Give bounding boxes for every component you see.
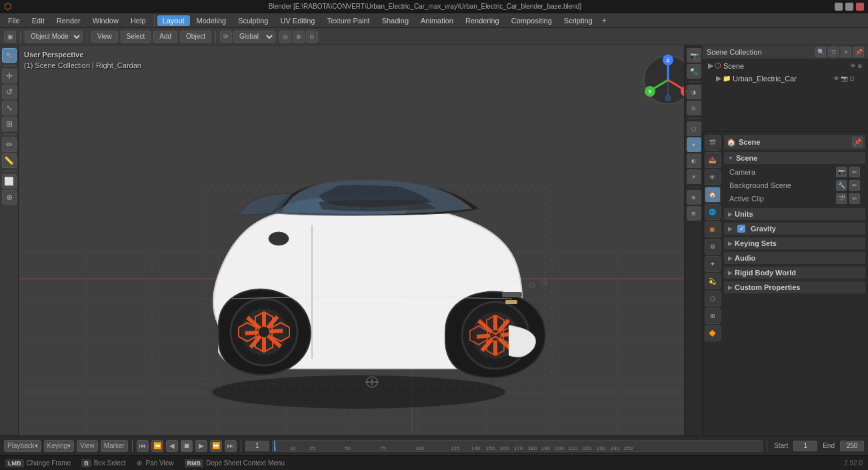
workspace-scripting[interactable]: Scripting bbox=[559, 15, 598, 26]
outline-scene-collection[interactable]: ▶ ⬡ Scene 👁 ⊕ bbox=[703, 59, 868, 72]
workspace-layout[interactable]: Layout bbox=[157, 15, 190, 26]
frame-bar[interactable]: 1 10 25 50 75 100 125 140 150 160 170 18… bbox=[272, 440, 763, 452]
toolbar-add[interactable]: Add bbox=[153, 31, 177, 43]
workspace-modeling[interactable]: Modeling bbox=[191, 15, 232, 26]
viewport-gizmo-toggle[interactable]: ⊕ bbox=[687, 190, 701, 205]
material-btn[interactable]: ◐ bbox=[687, 153, 701, 168]
menu-help[interactable]: Help bbox=[125, 15, 151, 26]
bg-scene-edit-btn[interactable]: ✏ bbox=[849, 180, 860, 191]
close-button[interactable] bbox=[856, 3, 864, 11]
scene-hide-icon[interactable]: 👁 bbox=[850, 63, 856, 69]
rigid-body-header[interactable]: ▶ Rigid Body World bbox=[724, 267, 865, 279]
workspace-compositing[interactable]: Compositing bbox=[506, 15, 557, 26]
world-tab[interactable]: 🌐 bbox=[705, 204, 721, 220]
snap-icon[interactable]: ⊕ bbox=[293, 31, 305, 43]
workspace-rendering[interactable]: Rendering bbox=[460, 15, 505, 26]
units-header[interactable]: ▶ Units bbox=[724, 208, 865, 220]
overlay-btn[interactable]: ◑ bbox=[687, 85, 701, 99]
mode-select[interactable]: Object Mode Edit Mode Sculpt Mode bbox=[25, 31, 83, 43]
toolbar-select[interactable]: Select bbox=[121, 31, 151, 43]
tl-play-reverse[interactable]: ◀ bbox=[166, 440, 178, 452]
tool-add-cube[interactable]: ⬜ bbox=[2, 174, 17, 189]
solid-btn[interactable]: ● bbox=[687, 137, 701, 152]
tool-annotate[interactable]: ✏ bbox=[2, 137, 17, 152]
particles-tab[interactable]: ✦ bbox=[705, 256, 721, 272]
object-tab[interactable]: ▣ bbox=[705, 221, 721, 237]
transform-select[interactable]: Global Local Normal bbox=[233, 31, 275, 43]
constraints-tab[interactable]: ⬡ bbox=[705, 291, 721, 307]
camera-edit-btn[interactable]: ✏ bbox=[849, 167, 860, 177]
current-frame-input[interactable] bbox=[245, 441, 269, 451]
tool-move[interactable]: ✛ bbox=[2, 69, 17, 83]
tl-view-btn[interactable]: View bbox=[77, 440, 98, 452]
minimize-button[interactable] bbox=[835, 3, 843, 11]
tl-prev-keyframe[interactable]: ⏪ bbox=[151, 440, 163, 452]
outliner-search-btn[interactable]: 🔍 bbox=[815, 47, 826, 57]
active-clip-edit-btn[interactable]: ✏ bbox=[849, 193, 860, 204]
workspace-texture-paint[interactable]: Texture Paint bbox=[321, 15, 375, 26]
outliner-filter-btn[interactable]: ▽ bbox=[828, 47, 839, 57]
xray-btn[interactable]: ⊡ bbox=[687, 101, 701, 115]
tool-transform[interactable]: ⊞ bbox=[2, 117, 17, 131]
scene-tab[interactable]: 🏠 bbox=[705, 187, 721, 203]
tool-scale[interactable]: ⤡ bbox=[2, 101, 17, 115]
tl-dropdown-btn[interactable]: Playback ▾ bbox=[4, 440, 41, 452]
render-tab[interactable]: 🎬 bbox=[705, 135, 721, 151]
rendered-btn[interactable]: ☀ bbox=[687, 169, 701, 184]
gravity-header[interactable]: ▶ ✓ Gravity bbox=[724, 223, 865, 235]
outliner-settings-btn[interactable]: ≡ bbox=[841, 47, 851, 57]
toolbar-object[interactable]: Object bbox=[180, 31, 211, 43]
bg-scene-select-btn[interactable]: 🔧 bbox=[836, 180, 847, 191]
wireframe-btn[interactable]: ⬡ bbox=[687, 121, 701, 136]
workspace-shading[interactable]: Shading bbox=[377, 15, 414, 26]
tl-next-keyframe[interactable]: ⏩ bbox=[210, 440, 222, 452]
car-render-icon[interactable]: 📷 bbox=[841, 75, 848, 82]
transform-icon[interactable]: ⟳ bbox=[220, 31, 232, 43]
gravity-checkbox[interactable]: ✓ bbox=[737, 225, 745, 233]
car-select-icon[interactable]: ⊡ bbox=[849, 75, 855, 82]
tl-jump-end[interactable]: ⏭ bbox=[225, 440, 237, 452]
modifier-tab[interactable]: ⚙ bbox=[705, 239, 721, 255]
tool-measure[interactable]: 📏 bbox=[2, 153, 17, 168]
toolbar-select-mode[interactable]: ▣ bbox=[4, 31, 16, 43]
end-frame-input[interactable] bbox=[840, 441, 864, 451]
outline-car-collection[interactable]: ▶ 📁 Urban_Electric_Car 👁 📷 ⊡ bbox=[703, 72, 868, 85]
camera-view-btn[interactable]: 📷 bbox=[687, 48, 701, 63]
tl-stop[interactable]: ⏹ bbox=[181, 440, 193, 452]
scene-subsection-header[interactable]: ▼ Scene bbox=[724, 152, 865, 164]
workspace-animation[interactable]: Animation bbox=[415, 15, 459, 26]
menu-file[interactable]: File bbox=[3, 15, 25, 26]
workspace-uv-editing[interactable]: UV Editing bbox=[275, 15, 320, 26]
tl-marker-btn[interactable]: Marker bbox=[101, 440, 128, 452]
scene-disable-icon[interactable]: ⊕ bbox=[857, 63, 863, 69]
workspace-sculpting[interactable]: Sculpting bbox=[233, 15, 273, 26]
menu-edit[interactable]: Edit bbox=[27, 15, 50, 26]
custom-props-header[interactable]: ▶ Custom Properties bbox=[724, 281, 865, 293]
car-hide-icon[interactable]: 👁 bbox=[833, 75, 839, 82]
viewport[interactable]: User Perspective (1) Scene Collection | … bbox=[19, 45, 703, 435]
tl-play[interactable]: ▶ bbox=[195, 440, 207, 452]
material-tab[interactable]: 🔶 bbox=[705, 325, 721, 341]
data-tab[interactable]: ⊞ bbox=[705, 308, 721, 324]
menu-window[interactable]: Window bbox=[87, 15, 124, 26]
toolbar-view[interactable]: View bbox=[91, 31, 118, 43]
outliner-pin-btn[interactable]: 📌 bbox=[853, 47, 864, 57]
tl-jump-start[interactable]: ⏮ bbox=[137, 440, 149, 452]
scene-props-pin[interactable]: 📌 bbox=[852, 137, 863, 147]
tool-rotate[interactable]: ↺ bbox=[2, 85, 17, 99]
audio-header[interactable]: ▶ Audio bbox=[724, 252, 865, 264]
camera-select-btn[interactable]: 📷 bbox=[836, 167, 847, 177]
scene-section-header[interactable]: 🏠 Scene 📌 bbox=[724, 135, 865, 149]
physics-tab[interactable]: 💫 bbox=[705, 273, 721, 289]
tool-select[interactable]: ↖ bbox=[2, 48, 17, 63]
start-frame-input[interactable] bbox=[793, 441, 817, 451]
tl-keying-btn[interactable]: Keying ▾ bbox=[44, 440, 75, 452]
menu-render[interactable]: Render bbox=[51, 15, 86, 26]
window-controls[interactable] bbox=[835, 3, 864, 11]
proportional-icon[interactable]: ⊙ bbox=[306, 31, 318, 43]
keying-sets-header[interactable]: ▶ Keying Sets bbox=[724, 237, 865, 249]
viewport-nav-btn[interactable]: ⊞ bbox=[687, 206, 701, 221]
maximize-button[interactable] bbox=[845, 3, 853, 11]
render-view-btn[interactable]: 🔦 bbox=[687, 64, 701, 79]
active-clip-select-btn[interactable]: 🎬 bbox=[836, 193, 847, 204]
